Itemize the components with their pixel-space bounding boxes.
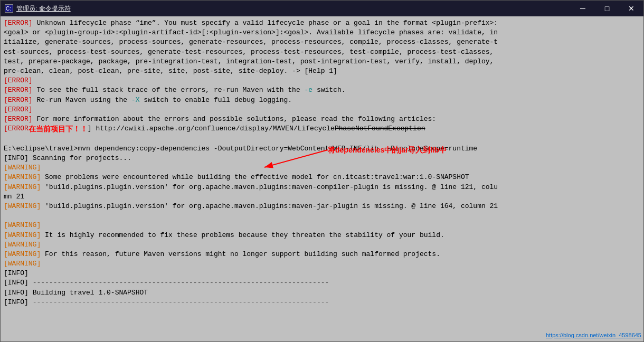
error-tag: [ERROR] (4, 86, 33, 95)
terminal-line: [WARNING] (4, 163, 640, 173)
line-text-cyan: -X (131, 96, 140, 105)
warning-tag: [WARNING] (4, 202, 41, 211)
warning-tag: [WARNING] (4, 240, 41, 250)
line-text (4, 211, 8, 221)
warning-tag: [WARNING] (4, 173, 41, 182)
terminal-line: [WARNING] (4, 221, 640, 230)
window-controls: ─ □ ✕ (571, 1, 643, 16)
terminal-line: [ERROR] Unknown lifecycle phase “ime”. Y… (4, 18, 640, 28)
line-text: Scanning for projects... (29, 154, 131, 163)
terminal-line: [WARNING] 'build.plugins.plugin.version'… (4, 183, 640, 192)
terminal-line: [INFO] Building travel 1.0-SNAPSHOT (4, 288, 640, 298)
cmd-window: C: 管理员: 命令提示符 ─ □ ✕ [ERROR] Unknown life… (0, 0, 644, 342)
line-text: mn 21 (4, 192, 24, 202)
line-text: Unknown lifecycle phase “ime”. You must … (33, 18, 498, 28)
terminal-line (4, 135, 640, 144)
terminal-line (4, 211, 640, 221)
warning-tag: [WARNING] (4, 183, 41, 192)
line-text: est-sources, process-test-sources, gener… (4, 48, 494, 57)
terminal-line: [ERROR 在当前项目下！！ ] http://cwiki.apache.or… (4, 124, 640, 135)
line-text: switch to enable full debug logging. (139, 96, 292, 105)
line-text: ] http://cwiki.apache.org/confluence/dis… (88, 124, 335, 135)
svg-text:C:: C: (6, 6, 11, 12)
line-text: For more information about the errors an… (33, 115, 437, 124)
info-tag: [INFO] (4, 269, 29, 278)
terminal-line: [ERROR] To see the full stack trace of t… (4, 86, 640, 95)
terminal-line: [WARNING] (4, 259, 640, 269)
terminal-line: [ERROR] (4, 105, 640, 115)
terminal-line: pre-clean, clean, post-clean, pre-site, … (4, 66, 640, 76)
separator-text: ----------------------------------------… (29, 298, 329, 307)
error-tag: [ERROR] (4, 76, 33, 86)
terminal-line: est-sources, process-test-sources, gener… (4, 48, 640, 57)
error-tag: [ERROR (4, 124, 29, 135)
line-text: switch. (312, 86, 345, 95)
line-text: Re-run Maven using the (33, 96, 131, 105)
warning-tag: [WARNING] (4, 259, 41, 269)
terminal-line: [ERROR] For more information about the e… (4, 115, 640, 124)
close-button[interactable]: ✕ (619, 1, 643, 16)
terminal-line: itialize, generate-sources, process-sour… (4, 37, 640, 47)
terminal-line: [ERROR] Re-run Maven using the -X switch… (4, 96, 640, 105)
window-title: 管理员: 命令提示符 (16, 4, 71, 13)
error-tag: [ERROR] (4, 18, 33, 28)
warning-tag: [WARNING] (4, 163, 41, 173)
terminal-line: [WARNING] Some problems were encountered… (4, 173, 640, 182)
line-text: Some problems were encountered while bui… (41, 173, 469, 182)
terminal-line: [INFO] Scanning for projects... (4, 154, 640, 163)
line-text: Building travel 1.0-SNAPSHOT (29, 288, 148, 298)
annotation-current-project: 在当前项目下！！ (29, 124, 88, 135)
warning-tag: [WARNING] (4, 250, 41, 259)
warning-tag: [WARNING] (4, 231, 41, 240)
line-text-cyan: -e (305, 86, 313, 95)
terminal-line: test, prepare-package, package, pre-inte… (4, 57, 640, 66)
line-text-strikethrough: PhaseNotFoundException (335, 124, 425, 135)
error-tag: [ERROR] (4, 105, 33, 115)
maximize-button[interactable]: □ (595, 1, 619, 16)
line-text: itialize, generate-sources, process-sour… (4, 37, 498, 47)
terminal-line: [WARNING] For this reason, future Maven … (4, 250, 640, 259)
watermark: https://blog.csdn.net/weixin_4598645 (546, 331, 641, 339)
line-text: 'build.plugins.plugin.version' for org.a… (41, 202, 498, 211)
minimize-button[interactable]: ─ (571, 1, 595, 16)
info-tag: [INFO] (4, 278, 29, 288)
terminal-output: [ERROR] Unknown lifecycle phase “ime”. Y… (1, 16, 643, 341)
terminal-line: [ERROR] (4, 76, 640, 86)
terminal-line: [WARNING] (4, 240, 640, 250)
separator-text: ----------------------------------------… (29, 278, 329, 288)
error-tag: [ERROR] (4, 115, 33, 124)
annotation-jar-text: 将dependencies中的jar导入到lib中 (328, 145, 447, 156)
terminal-line: [INFO] (4, 269, 640, 278)
window-icon: C: (5, 4, 13, 13)
line-text: test, prepare-package, package, pre-inte… (4, 57, 494, 66)
terminal-line: mn 21 (4, 192, 640, 202)
terminal-line: [INFO] ---------------------------------… (4, 298, 640, 307)
info-tag: [INFO] (4, 288, 29, 298)
info-tag: [INFO] (4, 154, 29, 163)
line-text (4, 135, 8, 144)
terminal-line: [WARNING] 'build.plugins.plugin.version'… (4, 202, 640, 211)
terminal-line: E:\eclipse\travel>mvn dependency:copy-de… (4, 144, 640, 154)
line-text: pre-clean, clean, post-clean, pre-site, … (4, 66, 337, 76)
error-tag: [ERROR] (4, 96, 33, 105)
line-text: To see the full stack trace of the error… (33, 86, 305, 95)
line-text: For this reason, future Maven versions m… (41, 250, 440, 259)
annotation-jar-label: 将dependencies中的jar导入到lib中 (328, 146, 447, 154)
warning-tag: [WARNING] (4, 221, 41, 230)
line-text: <goal> or <plugin-group-id>:<plugin-arti… (4, 28, 498, 37)
line-text: It is highly recommended to fix these pr… (41, 231, 444, 240)
info-tag: [INFO] (4, 298, 29, 307)
title-bar: C: 管理员: 命令提示符 ─ □ ✕ (1, 1, 643, 16)
terminal-line: [WARNING] It is highly recommended to fi… (4, 231, 640, 240)
terminal-line: [INFO] ---------------------------------… (4, 278, 640, 288)
terminal-line: <goal> or <plugin-group-id>:<plugin-arti… (4, 28, 640, 37)
line-text: 'build.plugins.plugin.version' for org.a… (41, 183, 498, 192)
watermark-text: https://blog.csdn.net/weixin_4598645 (546, 332, 641, 338)
